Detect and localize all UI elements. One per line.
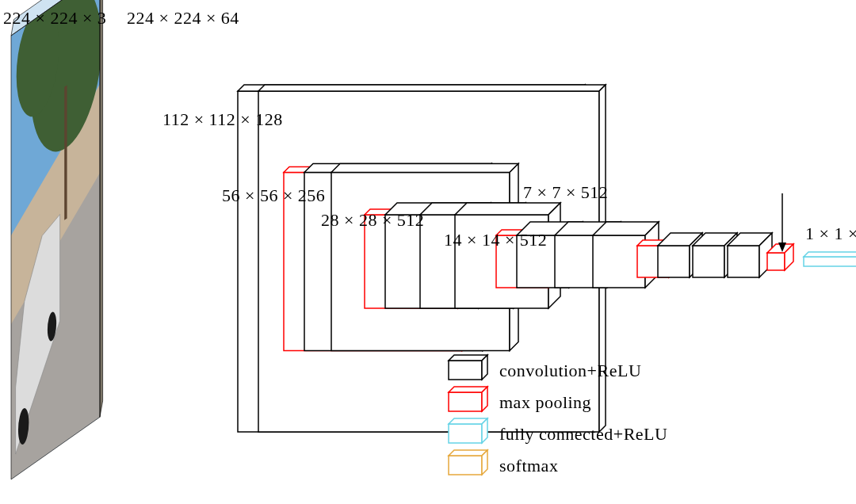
svg-marker-85 (449, 424, 482, 443)
svg-marker-86 (449, 418, 487, 424)
svg-marker-38 (455, 203, 560, 215)
architecture-diagram: 224 × 224 × 3224 × 224 × 64112 × 112 × 1… (0, 0, 856, 504)
svg-marker-17 (258, 85, 606, 91)
legend-fc-label: fully connected+ReLU (499, 424, 667, 444)
legend-fc-swatch (449, 418, 487, 443)
label-112: 112 × 112 × 128 (162, 109, 283, 129)
legend-conv-label: convolution+ReLU (499, 361, 641, 380)
legend-conv-swatch (449, 355, 487, 380)
svg-marker-67 (804, 257, 856, 266)
svg-marker-82 (449, 392, 482, 411)
svg-marker-55 (658, 246, 690, 277)
svg-marker-88 (449, 456, 482, 475)
svg-marker-11 (100, 0, 103, 417)
svg-rect-6 (64, 85, 67, 220)
legend-softmax-label: softmax (499, 456, 558, 475)
svg-marker-26 (331, 164, 518, 173)
label-224x3: 224 × 224 × 3 (3, 8, 106, 28)
svg-marker-79 (449, 361, 482, 380)
svg-marker-89 (449, 450, 487, 456)
svg-marker-68 (804, 252, 856, 257)
legend-pool-label: max pooling (499, 392, 591, 412)
label-56: 56 × 56 × 256 (222, 185, 325, 205)
svg-marker-58 (693, 246, 724, 277)
label-4096: 1 × 1 × 4096 (805, 223, 856, 243)
label-28: 28 × 28 × 512 (321, 210, 424, 230)
input-image (11, 0, 103, 479)
svg-marker-83 (449, 387, 487, 392)
svg-marker-80 (449, 355, 487, 361)
legend-softmax-swatch (449, 450, 487, 475)
label-7: 7 × 7 × 512 (523, 182, 608, 202)
label-14: 14 × 14 × 512 (444, 230, 547, 250)
svg-marker-61 (728, 246, 759, 277)
label-224x64: 224 × 224 × 64 (127, 8, 239, 28)
conv5-block (728, 233, 772, 277)
legend-pool-swatch (449, 387, 487, 411)
svg-marker-64 (767, 253, 785, 270)
fc6-block (804, 252, 856, 266)
